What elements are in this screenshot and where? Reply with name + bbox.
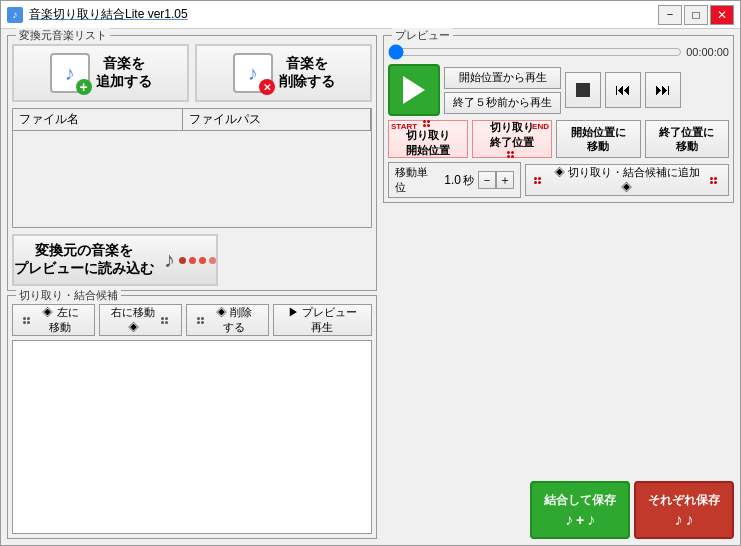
save-separate-icons: ♪ ♪ bbox=[675, 511, 694, 529]
forward-button[interactable]: ⏭ bbox=[645, 72, 681, 108]
save-combine-button[interactable]: 結合して保存 ♪ + ♪ bbox=[530, 481, 630, 539]
save-plus-icon: + bbox=[576, 512, 584, 528]
move-left-dots-icon bbox=[23, 317, 30, 324]
cut-end-button[interactable]: END 切り取り 終了位置 bbox=[472, 120, 552, 158]
del-music-button[interactable]: ♪ ✕ 音楽を 削除する bbox=[195, 44, 372, 102]
save-note1-icon: ♪ bbox=[565, 511, 573, 529]
move-left-button[interactable]: ◈ 左に移動 bbox=[12, 304, 95, 336]
move-right-label: 右に移動 ◈ bbox=[110, 305, 157, 335]
cut-start-dots-icon bbox=[423, 120, 430, 127]
cut-section-label: 切り取り・結合候補 bbox=[16, 288, 121, 303]
load-music-button[interactable]: 変換元の音楽を プレビューに読み込む ♪ bbox=[12, 234, 218, 286]
candidate-section: 切り取り・結合候補 ◈ 左に移動 右に移動 ◈ bbox=[7, 295, 377, 539]
play-button[interactable] bbox=[388, 64, 440, 116]
file-table-header: ファイル名 ファイルパス bbox=[13, 109, 371, 131]
load-icons: ♪ bbox=[164, 247, 216, 273]
delete-candidate-button[interactable]: ◈ 削除する bbox=[186, 304, 269, 336]
time-display: 00:00:00 bbox=[686, 46, 729, 58]
preview-play-label: ▶ プレビュー再生 bbox=[284, 305, 361, 335]
title-controls: － □ ✕ bbox=[658, 5, 734, 25]
add-music-button[interactable]: ♪ + 音楽を 追加する bbox=[12, 44, 189, 102]
rewind-button[interactable]: ⏮ bbox=[605, 72, 641, 108]
music-note-del-icon: ♪ bbox=[248, 62, 258, 85]
move-unit-sec: 秒 bbox=[463, 173, 474, 188]
play-from-end5-button[interactable]: 終了５秒前から再生 bbox=[444, 92, 561, 114]
save-combine-icons: ♪ + ♪ bbox=[565, 511, 595, 529]
main-window: ♪ 音楽切り取り結合Lite ver1.05 － □ ✕ 変換元音楽リスト ♪ … bbox=[0, 0, 741, 546]
music-action-buttons: ♪ + 音楽を 追加する ♪ ✕ 音楽を 削除する bbox=[12, 44, 372, 102]
move-unit-label: 移動単位 bbox=[395, 165, 438, 195]
add-music-icon-area: ♪ + bbox=[50, 53, 90, 93]
minimize-button[interactable]: － bbox=[658, 5, 682, 25]
maximize-button[interactable]: □ bbox=[684, 5, 708, 25]
move-to-start-button[interactable]: 開始位置に 移動 bbox=[556, 120, 641, 158]
preview-section: プレビュー 00:00:00 開始位置から再生 終了５秒前から再生 bbox=[383, 35, 734, 203]
play-triangle-icon bbox=[403, 76, 425, 104]
save-area: 結合して保存 ♪ + ♪ それぞれ保存 ♪ ♪ bbox=[383, 207, 734, 539]
preview-play-button[interactable]: ▶ プレビュー再生 bbox=[273, 304, 372, 336]
start-badge: START bbox=[391, 122, 417, 131]
sep-note1-icon: ♪ bbox=[675, 511, 683, 529]
save-separate-button[interactable]: それぞれ保存 ♪ ♪ bbox=[634, 481, 734, 539]
cut-end-label: 切り取り 終了位置 bbox=[490, 120, 534, 150]
play-controls: 開始位置から再生 終了５秒前から再生 ⏮ ⏭ bbox=[388, 64, 729, 116]
source-music-label: 変換元音楽リスト bbox=[16, 28, 110, 43]
preview-label: プレビュー bbox=[392, 28, 453, 43]
move-unit-group: 移動単位 1.0 秒 － ＋ bbox=[388, 162, 521, 198]
load-music-label: 変換元の音楽を プレビューに読み込む bbox=[14, 242, 154, 278]
del-music-icon-area: ♪ ✕ bbox=[233, 53, 273, 93]
candidate-action-buttons: ◈ 左に移動 右に移動 ◈ ◈ 削除する bbox=[12, 304, 372, 336]
left-panel: 変換元音楽リスト ♪ + 音楽を 追加する ♪ ✕ bbox=[7, 35, 377, 539]
candidate-list bbox=[12, 340, 372, 534]
add-candidate-label: ◈ 切り取り・結合候補に追加 ◈ bbox=[548, 165, 706, 195]
rewind-icon: ⏮ bbox=[615, 81, 631, 99]
save-note2-icon: ♪ bbox=[587, 511, 595, 529]
sep-note2-icon: ♪ bbox=[686, 511, 694, 529]
preview-slider-row: 00:00:00 bbox=[388, 44, 729, 60]
add-music-label: 音楽を 追加する bbox=[96, 55, 152, 91]
save-separate-label: それぞれ保存 bbox=[648, 492, 720, 509]
main-content: 変換元音楽リスト ♪ + 音楽を 追加する ♪ ✕ bbox=[1, 29, 740, 545]
add-candidate-left-icon bbox=[534, 177, 541, 184]
move-unit-row: 移動単位 1.0 秒 － ＋ ◈ 切り取り・結合候補に追加 ◈ bbox=[388, 162, 729, 198]
cut-start-button[interactable]: START 切り取り 開始位置 bbox=[388, 120, 468, 158]
del-x-icon: ✕ bbox=[259, 79, 275, 95]
right-panel: プレビュー 00:00:00 開始位置から再生 終了５秒前から再生 bbox=[383, 35, 734, 539]
stop-button[interactable] bbox=[565, 72, 601, 108]
unit-minus-button[interactable]: － bbox=[478, 171, 496, 189]
window-title: 音楽切り取り結合Lite ver1.05 bbox=[29, 6, 188, 23]
title-bar-left: ♪ 音楽切り取り結合Lite ver1.05 bbox=[7, 6, 188, 23]
col-filepath: ファイルパス bbox=[183, 109, 371, 130]
add-plus-icon: + bbox=[76, 79, 92, 95]
music-note-icon: ♪ bbox=[65, 62, 75, 85]
move-to-start-label: 開始位置に 移動 bbox=[571, 125, 626, 154]
move-to-end-label: 終了位置に 移動 bbox=[659, 125, 714, 154]
delete-dots-icon bbox=[197, 317, 204, 324]
title-bar: ♪ 音楽切り取り結合Lite ver1.05 － □ ✕ bbox=[1, 1, 740, 29]
file-table: ファイル名 ファイルパス bbox=[12, 108, 372, 228]
col-filename: ファイル名 bbox=[13, 109, 183, 130]
add-candidate-button[interactable]: ◈ 切り取り・結合候補に追加 ◈ bbox=[525, 164, 729, 196]
source-music-group: 変換元音楽リスト ♪ + 音楽を 追加する ♪ ✕ bbox=[7, 35, 377, 291]
play-options: 開始位置から再生 終了５秒前から再生 bbox=[444, 67, 561, 114]
cut-end-dots-icon bbox=[507, 151, 514, 158]
load-note-icon: ♪ bbox=[164, 247, 175, 273]
add-candidate-right-icon bbox=[710, 177, 717, 184]
unit-plus-button[interactable]: ＋ bbox=[496, 171, 514, 189]
end-badge: END bbox=[532, 122, 549, 131]
preview-slider[interactable] bbox=[388, 44, 682, 60]
close-button[interactable]: ✕ bbox=[710, 5, 734, 25]
save-combine-label: 結合して保存 bbox=[544, 492, 616, 509]
cut-controls-row: START 切り取り 開始位置 END 切り取り 終了位置 bbox=[388, 120, 729, 158]
move-right-button[interactable]: 右に移動 ◈ bbox=[99, 304, 182, 336]
move-left-label: ◈ 左に移動 bbox=[37, 305, 84, 335]
play-from-start-button[interactable]: 開始位置から再生 bbox=[444, 67, 561, 89]
app-icon: ♪ bbox=[7, 7, 23, 23]
stop-square-icon bbox=[576, 83, 590, 97]
loading-dots-icon bbox=[179, 257, 216, 264]
delete-label: ◈ 削除する bbox=[211, 305, 258, 335]
forward-icon: ⏭ bbox=[655, 81, 671, 99]
move-unit-value: 1.0 bbox=[444, 173, 461, 187]
del-music-label: 音楽を 削除する bbox=[279, 55, 335, 91]
move-to-end-button[interactable]: 終了位置に 移動 bbox=[645, 120, 730, 158]
